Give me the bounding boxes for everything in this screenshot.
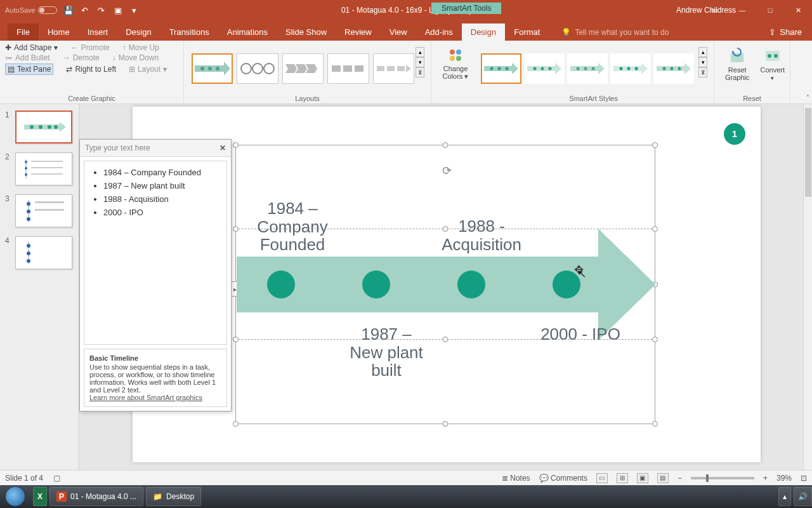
tab-animations[interactable]: Animations (218, 23, 277, 41)
zoom-out-button[interactable]: − (678, 474, 682, 483)
share-button[interactable]: ⇪ Share (769, 27, 802, 41)
gallery-more-button[interactable]: ⊻ (416, 67, 424, 77)
undo-icon[interactable]: ↶ (80, 5, 90, 15)
add-shape-button[interactable]: ✚ Add Shape ▾ (5, 43, 58, 52)
reading-view-button[interactable]: ▣ (637, 473, 648, 483)
tray-up-icon[interactable]: ▴ (778, 487, 791, 506)
ribbon-display-icon[interactable]: ▭ (700, 0, 728, 20)
layout-circle-process[interactable] (237, 53, 278, 84)
maximize-button[interactable]: □ (756, 0, 784, 20)
text-pane-title: Type your text here (85, 144, 150, 152)
thumbnail-slide-1[interactable] (15, 110, 72, 144)
thumbnail-slide-3[interactable] (15, 194, 72, 227)
gallery-down-button[interactable]: ▾ (416, 57, 424, 67)
layout-button[interactable]: ⊞ Layout ▾ (129, 64, 167, 75)
learn-more-link[interactable]: Learn more about SmartArt graphics (89, 394, 202, 401)
timeline-node-4[interactable] (553, 271, 580, 298)
tell-me-search[interactable]: 💡 Tell me what you want to do (561, 28, 669, 41)
text-pane-close-icon[interactable]: ✕ (219, 144, 226, 152)
move-down-button[interactable]: ↓ Move Down (112, 53, 159, 62)
customize-qat-icon[interactable]: ▾ (129, 5, 140, 15)
notes-button[interactable]: ≣ Notes (502, 474, 530, 483)
text-pane-item[interactable]: 1987 – New plant built (103, 181, 221, 190)
style-2[interactable] (524, 53, 565, 84)
close-button[interactable]: ✕ (784, 0, 812, 20)
layout-arrow-boxes-2[interactable] (373, 53, 414, 84)
rotate-handle-icon[interactable]: ⟳ (442, 164, 452, 178)
text-pane-item[interactable]: 1988 - Acquisition (103, 194, 221, 204)
add-bullet-button[interactable]: ≔ Add Bullet (5, 53, 50, 62)
demote-button[interactable]: → Demote (63, 53, 100, 62)
tab-review[interactable]: Review (336, 23, 381, 41)
tab-file[interactable]: File (8, 23, 39, 41)
spellcheck-icon[interactable]: ▢ (53, 474, 60, 483)
timeline-node-3[interactable] (457, 271, 485, 298)
tab-insert[interactable]: Insert (79, 23, 117, 41)
tab-design[interactable]: Design (117, 23, 160, 41)
text-pane-button[interactable]: ▤ Text Pane (5, 64, 53, 75)
tab-home[interactable]: Home (39, 23, 79, 41)
text-pane-item[interactable]: 2000 - IPO (103, 208, 221, 217)
normal-view-button[interactable]: ▭ (596, 473, 608, 483)
text-pane[interactable]: Type your text here ✕ 1984 – Company Fou… (79, 139, 232, 411)
timeline-label-4[interactable]: 2000 - IPO (530, 325, 631, 344)
tray-volume-icon[interactable]: 🔊 (794, 487, 812, 506)
move-up-button[interactable]: ↑ Move Up (122, 43, 159, 52)
start-from-beginning-icon[interactable]: ▣ (113, 5, 123, 15)
slide-counter[interactable]: Slide 1 of 4 (5, 474, 43, 483)
gallery-up-button[interactable]: ▴ (416, 47, 424, 57)
tab-slideshow[interactable]: Slide Show (277, 23, 336, 41)
promote-button[interactable]: ← Promote (70, 43, 109, 52)
timeline-node-1[interactable] (267, 271, 295, 298)
style-simple-fill[interactable] (481, 53, 521, 84)
timeline-label-1[interactable]: 1984 –CompanyFounded (248, 199, 337, 254)
svg-marker-37 (657, 63, 691, 74)
thumbnail-slide-4[interactable] (15, 236, 72, 269)
style-4[interactable] (610, 53, 651, 84)
redo-icon[interactable]: ↷ (96, 5, 107, 15)
tab-addins[interactable]: Add-ins (416, 23, 462, 41)
svg-point-50 (54, 125, 58, 129)
taskbar-excel[interactable]: X (33, 487, 47, 506)
group-styles: ▴ ▾ ⊻ SmartArt Styles (473, 41, 714, 104)
thumbnail-slide-2[interactable] (15, 152, 72, 185)
timeline-label-2[interactable]: 1987 –New plantbuilt (342, 325, 431, 380)
svg-point-34 (620, 67, 623, 70)
layout-chevron[interactable] (282, 53, 324, 84)
smartart-timeline[interactable] (237, 257, 655, 312)
start-button[interactable] (0, 485, 30, 508)
style-5[interactable] (653, 53, 694, 84)
comments-button[interactable]: 💬 Comments (539, 474, 587, 483)
tab-format[interactable]: Format (505, 23, 549, 41)
zoom-level[interactable]: 39% (776, 474, 792, 483)
tab-transitions[interactable]: Transitions (160, 23, 218, 41)
timeline-node-2[interactable] (362, 271, 390, 298)
tab-view[interactable]: View (381, 23, 416, 41)
slideshow-view-button[interactable]: ▤ (657, 473, 669, 483)
reset-graphic-button[interactable]: Reset Graphic (719, 47, 755, 93)
text-pane-body[interactable]: 1984 – Company Founded 1987 – New plant … (84, 161, 227, 345)
styles-up-button[interactable]: ▴ (698, 47, 707, 57)
autosave-toggle[interactable]: AutoSave (5, 6, 57, 14)
right-to-left-button[interactable]: ⇄ Right to Left (66, 64, 116, 75)
sorter-view-button[interactable]: ⊞ (617, 473, 628, 483)
convert-button[interactable]: Convert▾ (760, 47, 785, 93)
save-icon[interactable]: 💾 (63, 5, 74, 15)
taskbar-desktop[interactable]: 📁 Desktop (146, 487, 201, 506)
style-3[interactable] (567, 53, 608, 84)
layout-arrow-boxes[interactable] (327, 53, 369, 84)
vertical-scrollbar[interactable] (803, 104, 812, 470)
minimize-button[interactable]: ― (728, 0, 756, 20)
styles-more-button[interactable]: ⊻ (698, 67, 707, 77)
layout-basic-timeline[interactable] (192, 53, 233, 84)
tab-smartart-design[interactable]: Design (462, 23, 505, 41)
fit-to-window-button[interactable]: ⊡ (801, 474, 807, 483)
timeline-label-3[interactable]: 1988 -Acquisition (424, 217, 539, 253)
taskbar-powerpoint[interactable]: P 01 - Motagua 4.0 ... (49, 487, 143, 506)
collapse-ribbon-icon[interactable]: ˄ (806, 94, 809, 101)
zoom-slider[interactable] (691, 477, 754, 479)
zoom-in-button[interactable]: + (763, 474, 768, 483)
change-colors-button[interactable]: Change Colors ▾ (431, 41, 473, 104)
styles-down-button[interactable]: ▾ (698, 57, 707, 67)
text-pane-item[interactable]: 1984 – Company Founded (103, 168, 221, 177)
